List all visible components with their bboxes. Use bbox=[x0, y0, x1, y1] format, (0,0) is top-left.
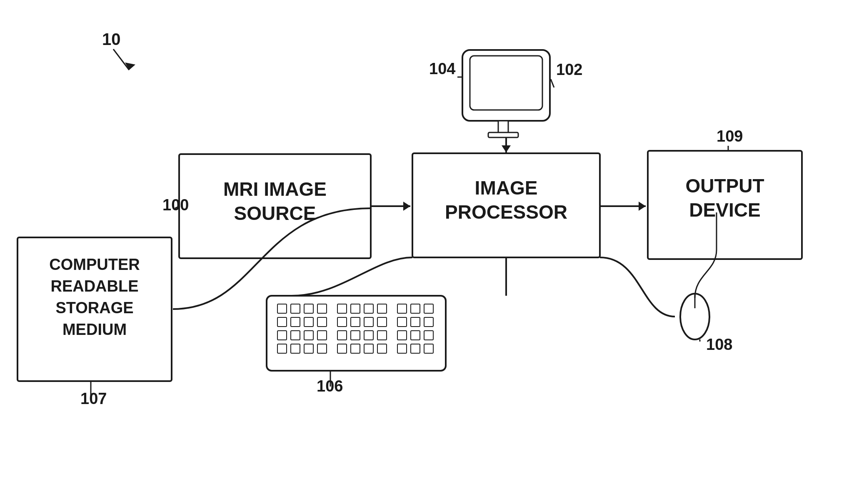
mri-source-text-line1: MRI IMAGE bbox=[223, 178, 327, 200]
main-diagram-svg: 10 MRI IMAGE SOURCE 100 IMAGE PROCESSOR … bbox=[0, 0, 859, 504]
monitor-neck bbox=[498, 121, 508, 133]
ref-104-label: 104 bbox=[429, 60, 455, 77]
svg-marker-4 bbox=[403, 202, 410, 211]
monitor-screen bbox=[470, 56, 542, 110]
storage-text-line3: STORAGE bbox=[55, 299, 133, 317]
storage-text-line1: COMPUTER bbox=[49, 256, 140, 273]
output-device-text-line2: DEVICE bbox=[689, 199, 760, 221]
ref-107-label: 107 bbox=[80, 390, 107, 407]
svg-marker-11 bbox=[502, 145, 511, 152]
mri-source-text-line2: SOURCE bbox=[234, 202, 316, 224]
ref-102-label: 102 bbox=[556, 61, 582, 78]
svg-line-0 bbox=[113, 49, 129, 70]
diagram-container: 10 MRI IMAGE SOURCE 100 IMAGE PROCESSOR … bbox=[0, 0, 859, 504]
processor-to-mouse-curve bbox=[600, 257, 675, 317]
ref-108-label: 108 bbox=[706, 336, 732, 353]
ref-10-label: 10 bbox=[102, 30, 121, 48]
monitor-base bbox=[488, 132, 518, 137]
svg-line-9 bbox=[551, 79, 554, 87]
storage-text-line4: MEDIUM bbox=[62, 321, 127, 338]
svg-marker-7 bbox=[639, 202, 646, 211]
processor-to-keyboard-left-curve bbox=[292, 257, 412, 296]
image-processor-text-line2: PROCESSOR bbox=[445, 201, 567, 223]
keyboard-box bbox=[267, 296, 446, 371]
ref-100-label: 100 bbox=[162, 196, 189, 214]
storage-text-line2: READABLE bbox=[50, 277, 138, 295]
output-device-text-line1: OUTPUT bbox=[685, 175, 764, 197]
ref-109-label: 109 bbox=[717, 127, 743, 145]
image-processor-text-line1: IMAGE bbox=[475, 177, 538, 199]
